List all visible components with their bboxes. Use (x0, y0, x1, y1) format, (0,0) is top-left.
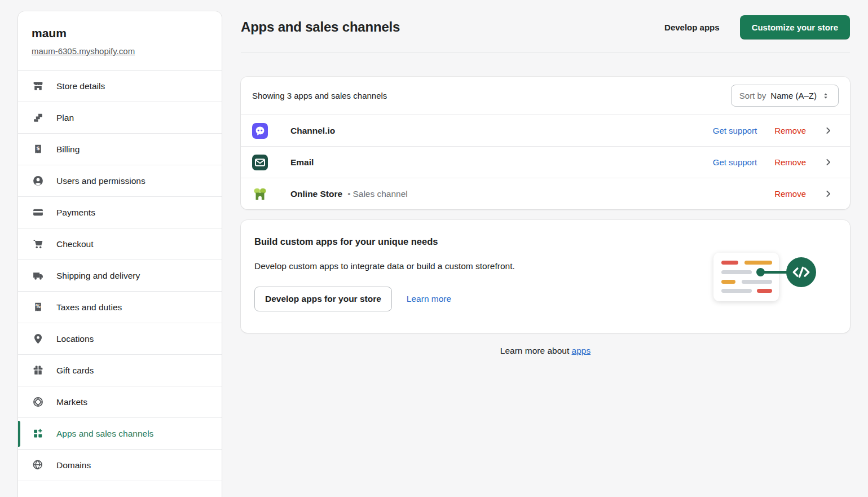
domains-globe-icon (32, 459, 44, 471)
sidebar-item-locations[interactable]: Locations (18, 323, 222, 355)
markets-icon (32, 396, 44, 408)
sort-select[interactable]: Sort by Name (A–Z) (731, 85, 839, 107)
chevron-right-icon (823, 157, 833, 167)
sidebar-item-apps-sales-channels[interactable]: Apps and sales channels (18, 418, 222, 450)
bullet-separator: • (347, 189, 350, 199)
app-type-label: Sales channel (353, 189, 407, 199)
store-header: maum maum-6305.myshopify.com (18, 11, 222, 71)
row-actions: Get support Remove (713, 157, 833, 167)
app-name: Channel.io (290, 126, 335, 136)
sidebar-item-label: Apps and sales channels (56, 429, 153, 439)
footer-text: Learn more about (500, 346, 569, 355)
sidebar-item-label: Payments (56, 208, 95, 218)
sidebar-item-label: Taxes and duties (56, 302, 122, 313)
code-document-graphic (713, 253, 779, 301)
sidebar-item-payments[interactable]: Payments (18, 197, 222, 228)
settings-sidebar: maum maum-6305.myshopify.com Store detai… (18, 11, 222, 497)
sort-value: Name (A–Z) (770, 91, 817, 100)
sidebar-item-shipping-delivery[interactable]: Shipping and delivery (18, 260, 222, 292)
sort-label: Sort by (739, 91, 766, 100)
store-name: maum (32, 27, 208, 40)
custom-apps-card: Build custom apps for your unique needs … (241, 220, 850, 333)
code-illustration (713, 253, 821, 304)
sort-caret-icon (821, 91, 830, 100)
sidebar-item-checkout[interactable]: Checkout (18, 228, 222, 260)
sidebar-item-label: Markets (56, 397, 87, 407)
apps-count-summary: Showing 3 apps and sales channels (252, 91, 387, 100)
sidebar-item-taxes-duties[interactable]: % Taxes and duties (18, 292, 222, 323)
svg-text:$: $ (36, 145, 40, 151)
gift-card-icon (32, 364, 44, 376)
sidebar-item-label: Store details (56, 81, 105, 91)
row-actions: Remove (774, 189, 833, 199)
channel-io-app-icon (252, 123, 268, 139)
customize-store-button[interactable]: Customize your store (740, 15, 850, 39)
app-row-channel-io[interactable]: Channel.io Get support Remove (241, 115, 850, 146)
chevron-right-icon (823, 189, 833, 199)
page-footer: Learn more about apps (241, 346, 850, 356)
app-name: Online Store (290, 189, 342, 199)
learn-more-link[interactable]: Learn more (407, 294, 451, 304)
row-actions: Get support Remove (713, 126, 833, 135)
sidebar-item-billing[interactable]: $ Billing (18, 134, 222, 165)
active-indicator-bar (18, 421, 20, 447)
sidebar-item-label: Billing (56, 144, 80, 155)
store-domain-link[interactable]: maum-6305.myshopify.com (32, 46, 135, 56)
remove-link[interactable]: Remove (774, 126, 806, 135)
sidebar-item-label: Shipping and delivery (56, 271, 140, 281)
app-name: Email (290, 157, 314, 168)
sidebar-item-label: Gift cards (56, 366, 94, 376)
email-app-icon (252, 155, 268, 170)
taxes-icon: % (32, 301, 44, 313)
users-icon (32, 175, 44, 187)
checkout-cart-icon (32, 238, 44, 250)
plan-icon (32, 112, 44, 124)
sidebar-item-label: Domains (56, 460, 91, 470)
header-actions: Develop apps Customize your store (664, 15, 850, 39)
sidebar-item-store-details[interactable]: Store details (18, 71, 222, 102)
sidebar-item-label: Locations (56, 334, 94, 344)
storefront-icon (32, 80, 44, 92)
footer-apps-link[interactable]: apps (572, 346, 591, 355)
code-icon (786, 257, 816, 287)
sidebar-item-markets[interactable]: Markets (18, 386, 222, 418)
sidebar-item-users-permissions[interactable]: Users and permissions (18, 165, 222, 197)
sidebar-item-gift-cards[interactable]: Gift cards (18, 355, 222, 386)
shipping-truck-icon (32, 270, 44, 282)
remove-link[interactable]: Remove (774, 157, 806, 167)
main-content: Apps and sales channels Develop apps Cus… (241, 0, 850, 356)
online-store-app-icon (252, 186, 268, 202)
billing-icon: $ (32, 143, 44, 155)
payments-icon (32, 206, 44, 218)
remove-link[interactable]: Remove (774, 189, 806, 199)
app-row-email[interactable]: Email Get support Remove (241, 146, 850, 178)
chevron-right-icon (823, 126, 833, 135)
develop-apps-for-store-button[interactable]: Develop apps for your store (254, 287, 392, 311)
sidebar-item-plan[interactable]: Plan (18, 102, 222, 134)
sidebar-item-label: Plan (56, 113, 74, 123)
apps-list-card: Showing 3 apps and sales channels Sort b… (241, 77, 850, 209)
get-support-link[interactable]: Get support (713, 126, 757, 135)
custom-apps-title: Build custom apps for your unique needs (254, 236, 836, 247)
sidebar-item-label: Checkout (56, 239, 93, 249)
get-support-link[interactable]: Get support (713, 157, 757, 167)
sidebar-item-label: Users and permissions (56, 176, 146, 186)
apps-list-header: Showing 3 apps and sales channels Sort b… (241, 77, 850, 115)
connector-dot (756, 268, 765, 276)
page-title: Apps and sales channels (241, 19, 400, 35)
apps-grid-icon (32, 428, 44, 439)
svg-text:%: % (36, 304, 41, 309)
location-pin-icon (32, 333, 44, 345)
settings-nav: Store details Plan $ Billing Users and p… (18, 71, 222, 481)
connector-line (761, 271, 789, 274)
page-header: Apps and sales channels Develop apps Cus… (241, 0, 850, 52)
app-row-online-store[interactable]: Online Store • Sales channel Remove (241, 178, 850, 209)
sidebar-item-domains[interactable]: Domains (18, 450, 222, 481)
develop-apps-button[interactable]: Develop apps (664, 23, 720, 32)
